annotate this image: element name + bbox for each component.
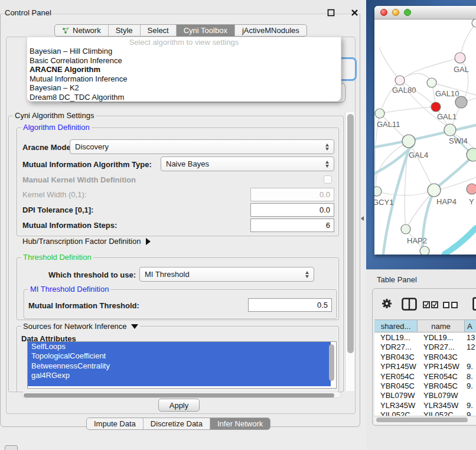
close-traffic-light[interactable] bbox=[380, 9, 387, 16]
dropdown-item-bayesian-k2[interactable]: Bayesian – K2 bbox=[27, 83, 341, 93]
network-node[interactable] bbox=[431, 102, 441, 112]
hub-definition-label: Hub/Transcription Factor Definition bbox=[22, 237, 141, 246]
tab-label: Impute Data bbox=[94, 419, 136, 428]
network-node-gal1[interactable] bbox=[444, 124, 456, 136]
table-cell: YBL079W bbox=[423, 391, 458, 400]
minimize-traffic-light[interactable] bbox=[392, 9, 399, 16]
network-node-gal11[interactable] bbox=[375, 109, 384, 118]
table-cell: YDL19... bbox=[380, 333, 410, 342]
table-row[interactable]: YDR27...YDR27...12 bbox=[374, 342, 476, 351]
split-columns-icon[interactable] bbox=[402, 298, 417, 311]
bottom-edge-partial-button[interactable] bbox=[5, 445, 18, 450]
dropdown-item-dream8-dc-tdc-algorithm[interactable]: Dream8 DC_TDC Algorithm bbox=[27, 93, 341, 102]
table-cell: YER054C bbox=[423, 372, 458, 381]
column-header-shared[interactable]: shared... bbox=[374, 319, 418, 332]
table-row[interactable]: YDL19...YDL19...13 bbox=[374, 332, 476, 342]
network-window[interactable]: GALGAL80GAL10GAL1GAL11SWI4GAL4GCY1HAP4YH… bbox=[374, 6, 476, 255]
attribute-item-betweennesscentrality[interactable]: BetweennessCentrality bbox=[28, 361, 331, 371]
settings-vscrollbar[interactable] bbox=[345, 112, 354, 391]
network-node-gal[interactable] bbox=[455, 53, 465, 63]
table-row[interactable]: YBR043CYBR043C bbox=[374, 352, 476, 361]
attribute-item-gal4rgexp[interactable]: gal4RGexp bbox=[28, 371, 331, 380]
deselect-all-icon[interactable] bbox=[443, 302, 458, 308]
dropdown-item-bayesian-hill-climbing[interactable]: Bayesian – Hill Climbing bbox=[27, 47, 341, 56]
table-row[interactable]: YPR145WYPR145W9. bbox=[374, 361, 476, 371]
network-window-titlebar[interactable] bbox=[374, 6, 476, 19]
dpi-tolerance-label: DPI Tolerance [0,1]: bbox=[22, 206, 93, 214]
manual-kernel-checkbox[interactable] bbox=[324, 175, 332, 184]
column-header-name[interactable]: name bbox=[418, 319, 465, 332]
data-attributes-list[interactable]: SelfLoopsTopologicalCoefficientBetweenne… bbox=[27, 341, 337, 389]
table-panel-title: Table Panel bbox=[377, 275, 417, 284]
network-node-gal10[interactable] bbox=[427, 78, 436, 87]
algorithm-definition-title: Algorithm Definition bbox=[21, 123, 92, 132]
tab-jactivemnodules[interactable]: jActiveMNodules bbox=[234, 25, 307, 36]
table-row[interactable]: YBR045CYBR045C9. bbox=[374, 381, 476, 390]
close-icon[interactable] bbox=[351, 9, 358, 17]
table-hscrollbar[interactable] bbox=[374, 416, 476, 424]
tab-discretize-data[interactable]: Discretize Data bbox=[143, 418, 210, 429]
attribute-item-topologicalcoefficient[interactable]: TopologicalCoefficient bbox=[28, 351, 331, 361]
spinner-arrows-icon bbox=[305, 271, 309, 278]
table-cell: YDL19... bbox=[423, 333, 454, 342]
tab-network[interactable]: Network bbox=[55, 25, 108, 36]
tab-label: Cyni Toolbox bbox=[184, 26, 227, 35]
table-row[interactable]: YBL079WYBL079W bbox=[374, 390, 476, 400]
table-cell: YPR145W bbox=[423, 362, 459, 371]
network-node[interactable] bbox=[455, 96, 467, 108]
dropdown-item-mutual-information-inference[interactable]: Mutual Information Inference bbox=[27, 74, 341, 84]
network-node-swi4[interactable] bbox=[467, 148, 476, 161]
aracne-mode-combobox[interactable]: Discovery bbox=[70, 139, 334, 154]
hub-definition-expander[interactable]: Hub/Transcription Factor Definition bbox=[22, 236, 151, 246]
attribute-item-partial[interactable] bbox=[28, 380, 331, 386]
network-node-gcy1[interactable] bbox=[374, 187, 382, 196]
which-threshold-label: Which threshold to use: bbox=[48, 270, 136, 279]
zoom-traffic-light[interactable] bbox=[404, 9, 411, 16]
screen: { "colors": { "selection_blue": "#3d6bd3… bbox=[0, 0, 476, 450]
mi-threshold-field[interactable]: 0.5 bbox=[248, 298, 332, 312]
table-cell: YER054C bbox=[380, 372, 415, 381]
network-node-hap4[interactable] bbox=[428, 184, 441, 197]
select-all-icon[interactable] bbox=[423, 301, 438, 308]
dpi-tolerance-field[interactable]: 0.0 bbox=[250, 203, 334, 217]
settings-hscrollbar-thumb[interactable] bbox=[24, 393, 334, 397]
network-node-hap2[interactable] bbox=[401, 224, 410, 234]
mi-steps-field[interactable]: 6 bbox=[250, 219, 334, 232]
tab-select[interactable]: Select bbox=[140, 25, 176, 36]
which-threshold-combobox[interactable]: MI Threshold bbox=[139, 267, 314, 282]
table-row[interactable]: YIL052CYIL052C9. bbox=[374, 410, 476, 416]
table-row[interactable]: YER054CYER054C8. bbox=[374, 371, 476, 381]
tab-impute-data[interactable]: Impute Data bbox=[87, 418, 143, 429]
network-node[interactable] bbox=[472, 19, 476, 27]
mi-type-label: Mutual Information Algorithm Type: bbox=[22, 160, 152, 169]
node-label-gal80: GAL80 bbox=[392, 86, 416, 94]
tab-cyni-toolbox[interactable]: Cyni Toolbox bbox=[176, 25, 234, 36]
node-label-gal: GAL bbox=[454, 65, 469, 74]
settings-hscrollbar[interactable] bbox=[21, 392, 341, 398]
list-vscrollbar-thumb[interactable] bbox=[329, 344, 334, 381]
network-canvas[interactable]: GALGAL80GAL10GAL1GAL11SWI4GAL4GCY1HAP4YH… bbox=[374, 19, 476, 255]
column-header-next[interactable]: A bbox=[465, 319, 476, 332]
kernel-width-field[interactable]: 0.0 bbox=[250, 188, 334, 201]
table-toolbar bbox=[374, 294, 476, 319]
network-node[interactable] bbox=[420, 246, 429, 255]
attribute-item-selfloops[interactable]: SelfLoops bbox=[28, 342, 331, 351]
sources-group-title[interactable]: Sources for Network Inference bbox=[21, 322, 140, 331]
dropdown-item-basic-correlation-inference[interactable]: Basic Correlation Inference bbox=[27, 56, 341, 66]
apply-button[interactable]: Apply bbox=[158, 399, 200, 412]
dropdown-item-aracne-algorithm[interactable]: ARACNE Algorithm bbox=[27, 65, 341, 74]
node-label-gcy1: GCY1 bbox=[374, 198, 393, 207]
tab-infer-network[interactable]: Infer Network bbox=[210, 418, 270, 429]
gear-icon[interactable] bbox=[382, 298, 392, 309]
settings-vscrollbar-thumb[interactable] bbox=[347, 114, 354, 353]
float-window-icon[interactable] bbox=[327, 9, 335, 17]
network-node-gal80[interactable] bbox=[395, 76, 405, 85]
page-icon[interactable] bbox=[472, 297, 476, 311]
network-node-y[interactable] bbox=[467, 184, 476, 194]
tab-style[interactable]: Style bbox=[108, 25, 140, 36]
table-row[interactable]: YLR345WYLR345W9. bbox=[374, 400, 476, 410]
splitter-collapse-arrow[interactable] bbox=[361, 216, 364, 221]
table-hscrollbar-thumb[interactable] bbox=[376, 418, 468, 422]
network-node-gal4[interactable] bbox=[402, 135, 415, 148]
mi-type-combobox[interactable]: Naive Bayes bbox=[161, 156, 334, 171]
